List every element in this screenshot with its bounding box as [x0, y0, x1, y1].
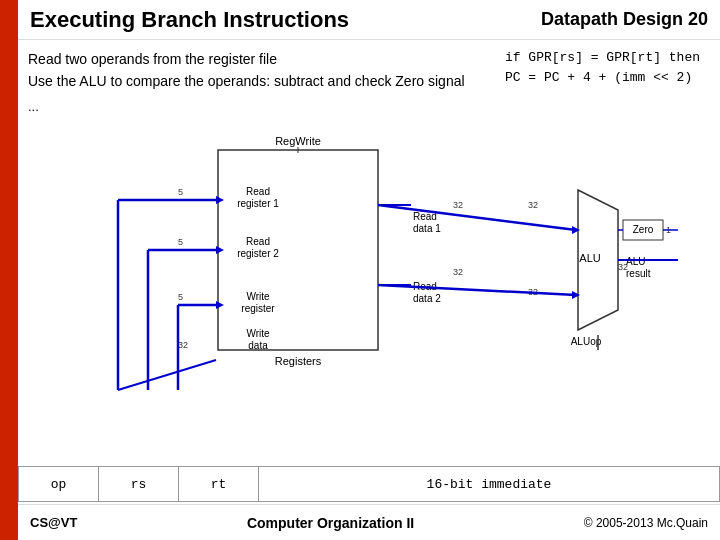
svg-text:result: result [626, 268, 651, 279]
svg-text:32: 32 [528, 200, 538, 210]
svg-text:32: 32 [178, 340, 188, 350]
instr-cell-rs: rs [99, 467, 179, 501]
code-line2: PC = PC + 4 + (imm << 2) [505, 68, 700, 88]
instruction-format-bar: op rs rt 16-bit immediate [18, 466, 720, 502]
left-accent-bar [0, 0, 18, 540]
page-subtitle: Datapath Design 20 [541, 9, 708, 30]
body-line2: Use the ALU to compare the operands: sub… [28, 70, 465, 92]
svg-text:32: 32 [618, 262, 628, 272]
svg-text:ALUop: ALUop [571, 336, 602, 347]
svg-line-52 [118, 360, 216, 390]
svg-text:Write: Write [246, 328, 270, 339]
footer-center: Computer Organization II [247, 515, 414, 531]
page-title: Executing Branch Instructions [30, 7, 349, 33]
svg-text:32: 32 [453, 200, 463, 210]
svg-text:ALU: ALU [579, 252, 600, 264]
header: Executing Branch Instructions Datapath D… [18, 0, 720, 40]
svg-text:data: data [248, 340, 268, 351]
svg-text:Zero: Zero [633, 224, 654, 235]
diagram-area: RegWrite Read register 1 Read register 2… [18, 100, 720, 430]
footer-right: © 2005-2013 Mc.Quain [584, 516, 708, 530]
svg-text:Write: Write [246, 291, 270, 302]
footer-left: CS@VT [30, 515, 77, 530]
instr-cell-rt: rt [179, 467, 259, 501]
footer: CS@VT Computer Organization II © 2005-20… [18, 504, 720, 540]
svg-text:Registers: Registers [275, 355, 322, 367]
svg-text:data 1: data 1 [413, 223, 441, 234]
svg-text:5: 5 [178, 237, 183, 247]
svg-text:register 2: register 2 [237, 248, 279, 259]
svg-text:32: 32 [453, 267, 463, 277]
svg-text:5: 5 [178, 187, 183, 197]
svg-text:Read: Read [246, 186, 270, 197]
svg-text:5: 5 [178, 292, 183, 302]
svg-text:register: register [241, 303, 275, 314]
code-line1: if GPR[rs] = GPR[rt] then [505, 48, 700, 68]
svg-text:register 1: register 1 [237, 198, 279, 209]
body-line1: Read two operands from the register file [28, 48, 465, 70]
svg-text:ALU: ALU [626, 256, 645, 267]
svg-text:data 2: data 2 [413, 293, 441, 304]
circuit-diagram: RegWrite Read register 1 Read register 2… [18, 100, 720, 430]
svg-line-44 [378, 285, 576, 295]
svg-text:RegWrite: RegWrite [275, 135, 321, 147]
svg-text:Read: Read [246, 236, 270, 247]
instr-cell-imm: 16-bit immediate [259, 467, 719, 501]
instr-cell-op: op [19, 467, 99, 501]
svg-line-42 [378, 205, 576, 230]
code-block: if GPR[rs] = GPR[rt] then PC = PC + 4 + … [505, 48, 700, 87]
